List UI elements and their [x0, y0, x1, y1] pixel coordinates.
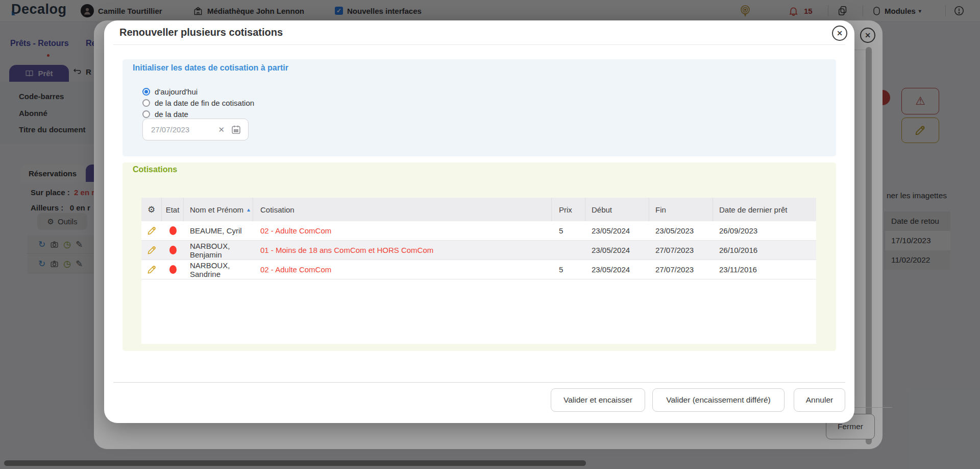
- pencil-icon[interactable]: [147, 226, 157, 236]
- pencil-icon[interactable]: [147, 265, 157, 274]
- row-fin-cell: 27/07/2023: [649, 260, 713, 279]
- column-fin[interactable]: Fin: [649, 198, 713, 221]
- cotisations-table: ⚙ Etat Nom et Prénom▲ Cotisation Prix Dé…: [141, 198, 816, 344]
- column-settings[interactable]: ⚙: [141, 198, 162, 221]
- valider-differe-button[interactable]: Valider (encaissement différé): [652, 388, 785, 412]
- row-prix-cell: 5: [552, 221, 585, 240]
- row-dernier-pret-cell: 26/09/2023: [713, 221, 816, 240]
- cotisations-heading: Cotisations: [133, 165, 177, 174]
- calendar-icon[interactable]: [231, 124, 241, 135]
- row-status-cell: [162, 241, 184, 260]
- row-fin-cell: 23/05/2023: [649, 221, 713, 240]
- column-nom-prenom[interactable]: Nom et Prénom▲: [184, 198, 253, 221]
- row-status-cell: [162, 221, 184, 240]
- column-dernier-pret[interactable]: Date de dernier prêt: [713, 198, 816, 221]
- row-dernier-pret-cell: 23/11/2016: [713, 260, 816, 279]
- gear-icon: ⚙: [148, 204, 155, 215]
- row-status-cell: [162, 260, 184, 279]
- row-cotisation-cell[interactable]: 02 - Adulte ComCom: [253, 260, 552, 279]
- dialog-header: Renouveller plusieurs cotisations ✕: [104, 20, 854, 44]
- row-name-cell: BEAUME, Cyril: [184, 221, 253, 240]
- valider-encaisser-button[interactable]: Valider et encaisser: [551, 388, 645, 412]
- status-red-dot-icon: [169, 265, 177, 274]
- pencil-icon[interactable]: [147, 245, 157, 255]
- row-cotisation-cell[interactable]: 02 - Adulte ComCom: [253, 221, 552, 240]
- radio-control[interactable]: [142, 88, 150, 96]
- close-icon[interactable]: ✕: [832, 26, 847, 41]
- row-name-cell: NARBOUX, Sandrine: [184, 260, 253, 279]
- row-edit-cell[interactable]: [141, 221, 162, 240]
- cotisations-rows: BEAUME, Cyril 02 - Adulte ComCom 5 23/05…: [141, 221, 816, 279]
- divider: [113, 382, 845, 383]
- init-dates-section: Initialiser les dates de cotisation à pa…: [122, 59, 836, 156]
- radio-control[interactable]: [142, 99, 150, 107]
- dialog-title: Renouveller plusieurs cotisations: [119, 27, 283, 38]
- column-cotisation[interactable]: Cotisation: [253, 198, 552, 221]
- table-header: ⚙ Etat Nom et Prénom▲ Cotisation Prix Dé…: [141, 198, 816, 221]
- status-red-dot-icon: [169, 246, 177, 254]
- init-section-heading: Initialiser les dates de cotisation à pa…: [133, 63, 288, 73]
- column-etat[interactable]: Etat: [162, 198, 184, 221]
- cotisations-section: Cotisations ⚙ Etat Nom et Prénom▲ Cotisa…: [122, 162, 836, 351]
- row-name-cell: NARBOUX, Benjamin: [184, 241, 253, 260]
- renew-subscriptions-dialog: Renouveller plusieurs cotisations ✕ Init…: [104, 20, 854, 423]
- row-fin-cell: 27/07/2023: [649, 241, 713, 260]
- radio-option-today[interactable]: d'aujourd'hui: [142, 86, 198, 97]
- row-debut-cell: 23/05/2024: [585, 241, 649, 260]
- sort-asc-icon: ▲: [246, 207, 251, 213]
- column-prix[interactable]: Prix: [552, 198, 585, 221]
- table-row[interactable]: NARBOUX, Benjamin 01 - Moins de 18 ans C…: [141, 241, 816, 260]
- row-edit-cell[interactable]: [141, 241, 162, 260]
- radio-option-custom-date[interactable]: de la date: [142, 108, 188, 120]
- row-prix-cell: 5: [552, 260, 585, 279]
- row-debut-cell: 23/05/2024: [585, 221, 649, 240]
- date-value: 27/07/2023: [151, 125, 218, 134]
- table-row[interactable]: NARBOUX, Sandrine 02 - Adulte ComCom 5 2…: [141, 260, 816, 279]
- row-prix-cell: [552, 241, 585, 260]
- status-red-dot-icon: [169, 226, 177, 235]
- row-cotisation-cell[interactable]: 01 - Moins de 18 ans ComCom et HORS ComC…: [253, 241, 552, 260]
- row-debut-cell: 23/05/2024: [585, 260, 649, 279]
- table-row[interactable]: BEAUME, Cyril 02 - Adulte ComCom 5 23/05…: [141, 221, 816, 241]
- column-debut[interactable]: Début: [585, 198, 649, 221]
- divider: [113, 44, 845, 45]
- radio-control[interactable]: [142, 110, 150, 118]
- annuler-button[interactable]: Annuler: [794, 388, 845, 412]
- row-dernier-pret-cell: 26/10/2016: [713, 241, 816, 260]
- clear-icon[interactable]: ✕: [218, 125, 225, 134]
- row-edit-cell[interactable]: [141, 260, 162, 279]
- radio-option-end-date[interactable]: de la date de fin de cotisation: [142, 97, 254, 108]
- date-input[interactable]: 27/07/2023 ✕: [142, 119, 249, 140]
